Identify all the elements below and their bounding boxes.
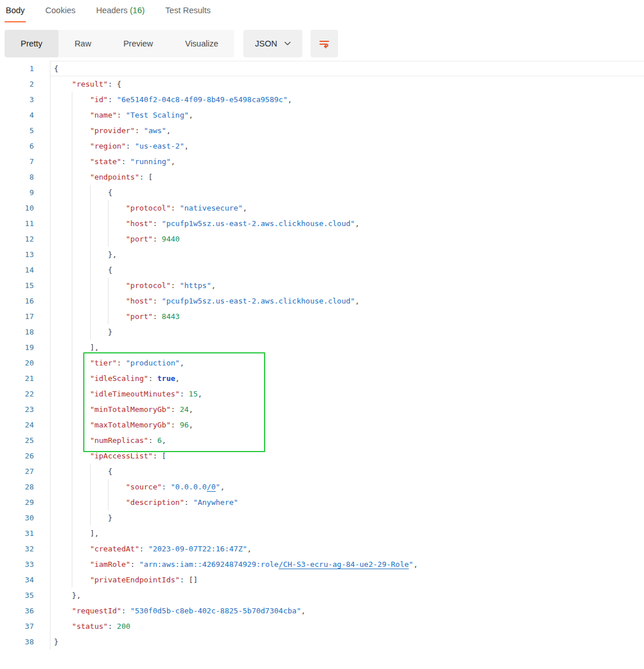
indent-guide (90, 293, 91, 309)
code-line-content: "protocol": "https", (51, 278, 644, 293)
indent-whitespace (54, 80, 72, 88)
json-key: "tier" (90, 359, 117, 367)
indent-whitespace (54, 622, 72, 631)
code-line: 37 "status": 200 (0, 619, 644, 634)
code-line-content: "minTotalMemoryGb": 24, (51, 402, 644, 417)
tab-body[interactable]: Body (5, 3, 26, 22)
line-number: 35 (0, 588, 51, 603)
punctuation: , (175, 374, 180, 383)
line-number: 4 (0, 107, 51, 123)
code-line-content: "name": "Test Scaling", (51, 107, 644, 123)
json-key: "provider" (90, 126, 135, 135)
indent-whitespace (54, 188, 108, 197)
punctuation: } (54, 637, 59, 646)
code-line: 31 ], (0, 526, 644, 541)
indent-guide (108, 309, 108, 324)
punctuation: : (153, 235, 162, 243)
link-text[interactable]: /0 (207, 483, 216, 491)
line-number: 32 (0, 541, 51, 557)
json-key: "host" (126, 219, 153, 228)
punctuation: : (135, 126, 144, 135)
punctuation: : (148, 436, 157, 445)
view-mode-preview[interactable]: Preview (107, 30, 169, 57)
code-line: 4 "name": "Test Scaling", (0, 107, 644, 123)
code-line: 14 { (0, 262, 644, 278)
json-key: "state" (90, 157, 122, 166)
code-line-content: "requestId": "530f0d5b-c8eb-402c-8825-5b… (51, 603, 644, 619)
json-key: "idleTimeoutMinutes" (90, 390, 180, 398)
json-string: "production" (126, 359, 180, 367)
tab-cookies[interactable]: Cookies (44, 3, 76, 22)
line-number: 10 (0, 200, 51, 216)
code-line-content: } (51, 510, 644, 526)
punctuation: : { (108, 80, 121, 88)
punctuation: , (243, 204, 247, 212)
punctuation: : (148, 374, 157, 383)
json-key: "description" (126, 498, 184, 507)
json-string: " (409, 560, 413, 569)
line-number: 23 (0, 402, 51, 417)
code-line: 21 "idleScaling": true, (0, 371, 644, 386)
indent-guide (72, 417, 72, 433)
punctuation: } (108, 328, 112, 336)
line-number: 12 (0, 231, 51, 247)
indent-guide (72, 138, 72, 154)
response-tabs: BodyCookiesHeaders (16)Test Results (0, 0, 644, 22)
code-line: 30 } (0, 510, 644, 526)
code-line: 2 "result": { (0, 76, 644, 92)
code-line-content: "result": { (51, 76, 644, 92)
indent-guide (72, 247, 72, 262)
punctuation: , (189, 111, 193, 119)
view-mode-visualize[interactable]: Visualize (169, 30, 234, 57)
json-key: "status" (72, 622, 108, 631)
punctuation: , (288, 95, 292, 104)
code-line-content: "tier": "production", (51, 355, 644, 371)
json-key: "privateEndpointIds" (90, 575, 180, 584)
punctuation: , (413, 560, 418, 569)
code-line-content: "port": 8443 (51, 309, 644, 324)
json-string: "2023-09-07T22:16:47Z" (148, 544, 247, 553)
view-mode-pretty[interactable]: Pretty (5, 30, 59, 57)
view-mode-raw[interactable]: Raw (59, 30, 107, 57)
line-number: 2 (0, 76, 51, 92)
format-dropdown[interactable]: JSON (243, 30, 302, 57)
json-key: "host" (126, 297, 153, 305)
code-line-content: } (51, 324, 644, 340)
punctuation: , (189, 405, 193, 414)
indent-guide (90, 216, 91, 231)
punctuation: , (355, 219, 359, 228)
code-line: 23 "minTotalMemoryGb": 24, (0, 402, 644, 417)
indent-guide (108, 293, 108, 309)
json-key: "requestId" (72, 606, 121, 615)
line-number: 7 (0, 154, 51, 169)
indent-guide (72, 185, 72, 200)
json-key: "name" (90, 111, 117, 119)
json-key: "minTotalMemoryGb" (90, 405, 171, 414)
json-key: "protocol" (126, 281, 170, 290)
code-line: 36 "requestId": "530f0d5b-c8eb-402c-8825… (0, 603, 644, 619)
indent-guide (72, 386, 72, 402)
json-string: "0.0.0.0 (171, 483, 207, 491)
line-number: 21 (0, 371, 51, 386)
punctuation: ], (90, 343, 99, 352)
punctuation: : (162, 483, 171, 491)
punctuation: : (121, 606, 130, 615)
wrap-lines-button[interactable] (311, 30, 338, 57)
punctuation: , (211, 281, 216, 290)
indent-guide (72, 324, 72, 340)
code-line: 34 "privateEndpointIds": [] (0, 572, 644, 588)
response-body-editor[interactable]: 1{2 "result": {3 "id": "6e5140f2-04c8-4f… (0, 61, 644, 649)
code-line-content: "description": "Anywhere" (51, 495, 644, 510)
indent-whitespace (54, 606, 72, 615)
code-line: 10 "protocol": "nativesecure", (0, 200, 644, 216)
punctuation: : (126, 142, 135, 150)
indent-guide (90, 278, 91, 293)
tab-headers[interactable]: Headers (16) (95, 3, 146, 22)
body-view-toolbar: PrettyRawPreviewVisualize JSON (5, 30, 644, 57)
json-key: "port" (126, 312, 153, 321)
punctuation: , (189, 421, 193, 429)
line-number: 38 (0, 634, 51, 649)
link-text[interactable]: /CH-S3-ecru-ag-84-ue2-29-Role (278, 560, 409, 569)
tab-test-results[interactable]: Test Results (164, 3, 212, 22)
indent-guide (108, 278, 108, 293)
